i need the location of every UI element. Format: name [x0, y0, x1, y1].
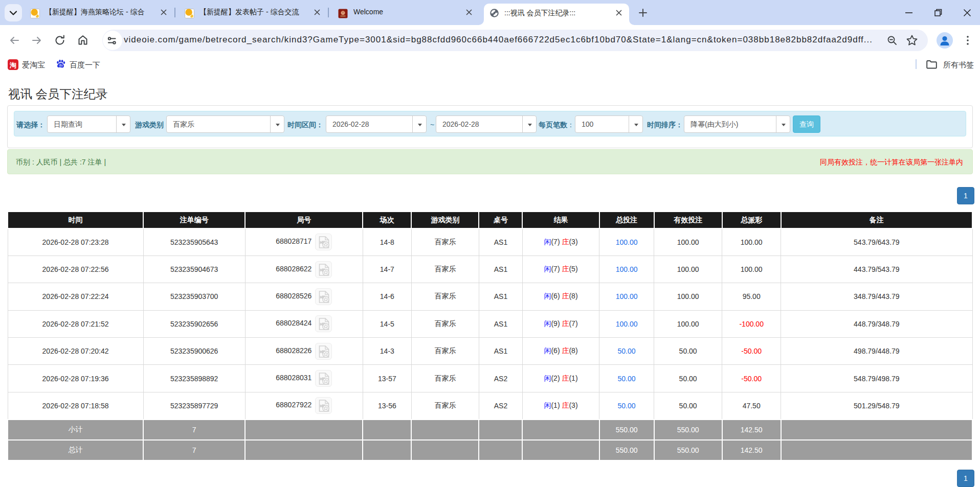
svg-text:du: du	[59, 63, 63, 67]
svg-text:淘: 淘	[9, 61, 16, 69]
